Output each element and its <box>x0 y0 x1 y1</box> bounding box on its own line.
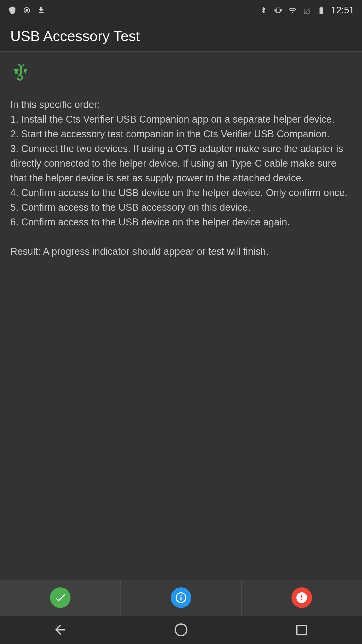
home-button[interactable] <box>171 620 191 640</box>
svg-point-1 <box>25 9 28 12</box>
nav-bar <box>0 616 362 644</box>
signal-icon <box>302 6 312 15</box>
main-content: In this specific order: 1. Install the C… <box>0 52 362 580</box>
instructions-result: Result: A progress indicator should appe… <box>10 246 269 257</box>
svg-point-2 <box>175 624 187 636</box>
battery-icon <box>317 6 326 15</box>
bluetooth-icon <box>259 6 268 15</box>
pass-icon-circle <box>50 587 71 608</box>
pass-button[interactable] <box>0 580 121 616</box>
instructions-line-4: 4. Confirm access to the USB device on t… <box>10 187 348 198</box>
clock: 12:51 <box>331 5 354 16</box>
vibrate-icon <box>273 6 283 15</box>
wifi-icon <box>288 6 297 15</box>
instructions-line-3: 3. Connect the two devices. If using a O… <box>10 143 343 183</box>
usb-icon <box>10 62 352 90</box>
svg-rect-3 <box>297 625 306 635</box>
page-title: USB Accessory Test <box>10 28 140 44</box>
fail-button[interactable] <box>242 580 362 616</box>
status-bar-left-icons <box>8 6 46 15</box>
back-button[interactable] <box>50 620 71 640</box>
instructions-line-2: 2. Start the accessory test companion in… <box>10 129 330 139</box>
instructions-line-1: 1. Install the Cts Verifier USB Companio… <box>10 114 334 125</box>
action-bar <box>0 580 362 616</box>
instructions-line-5: 5. Confirm access to the USB accessory o… <box>10 202 251 213</box>
app-bar: USB Accessory Test <box>0 21 362 52</box>
fail-icon-circle <box>291 587 312 608</box>
recents-button[interactable] <box>291 620 312 640</box>
status-bar: 12:51 <box>0 0 362 21</box>
record-icon <box>22 6 31 15</box>
instructions-line-intro: In this specific order: <box>10 99 100 110</box>
instructions-line-6: 6. Confirm access to the USB device on t… <box>10 217 290 227</box>
instructions-text: In this specific order: 1. Install the C… <box>10 97 352 259</box>
shield-icon <box>8 6 17 15</box>
status-bar-right-icons: 12:51 <box>259 5 354 16</box>
info-button[interactable] <box>121 580 242 616</box>
download-icon <box>37 6 46 15</box>
info-icon-circle <box>171 587 191 608</box>
